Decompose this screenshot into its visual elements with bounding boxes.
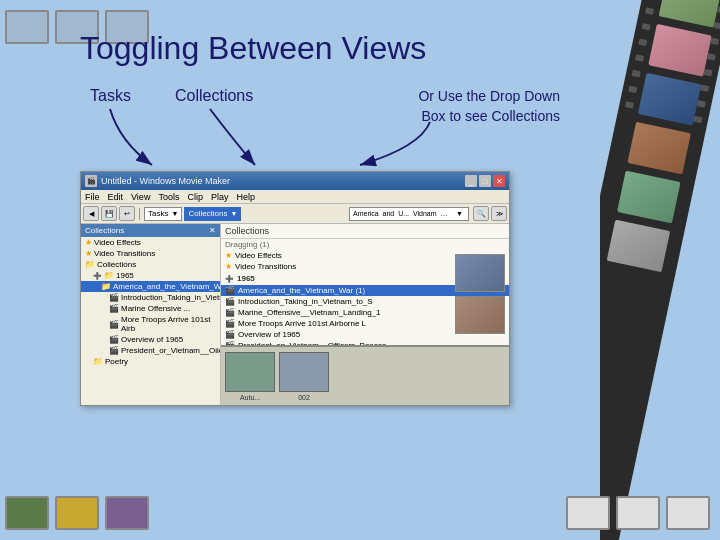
video-icon: 🎬	[109, 335, 119, 344]
storyboard-label-2: 002	[298, 394, 310, 401]
toolbar-btn-extra[interactable]: ≫	[491, 206, 507, 221]
right-panel-header: Collections	[221, 224, 509, 239]
star-icon: ★	[225, 262, 232, 271]
folder-icon: 📁	[101, 282, 111, 291]
film-hole	[697, 100, 706, 108]
maximize-button[interactable]: □	[479, 175, 491, 187]
film-hole	[638, 39, 647, 47]
film-frame	[638, 73, 702, 126]
collections-dropdown-label: Collections	[188, 209, 227, 218]
tree-item-overview[interactable]: 🎬 Overview of 1965	[81, 334, 220, 345]
storyboard: Autu... 002	[221, 345, 509, 405]
video-icon: 🎬	[225, 330, 235, 339]
film-hole	[632, 70, 641, 78]
folder-icon: 📁	[85, 260, 95, 269]
film-frame	[607, 220, 671, 273]
app-icon: 🎬	[85, 175, 97, 187]
dropdown-arrow	[360, 122, 430, 165]
menu-clip[interactable]: Clip	[187, 192, 203, 202]
film-cell	[616, 496, 660, 530]
toolbar-separator	[139, 208, 140, 220]
film-strip-body	[600, 0, 720, 540]
close-button[interactable]: ✕	[493, 175, 505, 187]
video-icon: 🎬	[225, 308, 235, 317]
tasks-arrow	[110, 109, 152, 165]
film-cell	[5, 496, 49, 530]
toolbar-btn-save[interactable]: 💾	[101, 206, 117, 221]
wmm-left-panel: Collections ✕ ★ Video Effects ★ Video Tr…	[81, 224, 221, 405]
tasks-dropdown[interactable]: Tasks ▼	[144, 207, 182, 221]
film-frame	[648, 24, 712, 77]
tree-item-marine[interactable]: 🎬 Marine Offensive ...	[81, 303, 220, 314]
media-dropdown[interactable]: America_and_U..._Vidnam_War (1) ▼	[349, 207, 469, 221]
media-dropdown-arrow: ▼	[456, 210, 463, 217]
video-icon: 🎬	[109, 320, 119, 329]
left-panel-title: Collections	[85, 226, 124, 235]
menu-help[interactable]: Help	[236, 192, 255, 202]
collections-dropdown[interactable]: Collections ▼	[184, 207, 241, 221]
film-frame	[659, 0, 720, 28]
storyboard-item-2: 002	[279, 352, 329, 401]
wmm-toolbar: ◀ 💾 ↩ Tasks ▼ Collections ▼ America_and_…	[81, 204, 509, 224]
star-icon: ★	[225, 251, 232, 260]
storyboard-item-1: Autu...	[225, 352, 275, 401]
video-icon: 🎬	[109, 346, 119, 355]
film-hole	[625, 101, 634, 109]
wmm-right-panel: Collections Dragging (1) ★ Video Effects…	[221, 224, 509, 405]
tree-item-video-effects[interactable]: ★ Video Effects	[81, 237, 220, 248]
collections-dropdown-arrow: ▼	[231, 210, 238, 217]
storyboard-label-1: Autu...	[240, 394, 260, 401]
storyboard-frame	[225, 352, 275, 392]
video-icon: 🎬	[225, 319, 235, 328]
toolbar-btn-search[interactable]: 🔍	[473, 206, 489, 221]
minimize-button[interactable]: _	[465, 175, 477, 187]
wmm-title: Untitled - Windows Movie Maker	[101, 176, 230, 186]
star-icon: ★	[85, 249, 92, 258]
titlebar-buttons: _ □ ✕	[465, 175, 505, 187]
menu-play[interactable]: Play	[211, 192, 229, 202]
video-icon: 🎬	[225, 297, 235, 306]
folder-icon: 📁	[104, 271, 114, 280]
film-strip-right	[600, 0, 720, 540]
menu-view[interactable]: View	[131, 192, 150, 202]
film-frame	[627, 122, 691, 175]
tree-item-video-transitions[interactable]: ★ Video Transitions	[81, 248, 220, 259]
right-thumbnail-2	[455, 296, 505, 334]
tree-item-poetry[interactable]: 📁 Poetry	[81, 356, 220, 367]
wmm-body: Collections ✕ ★ Video Effects ★ Video Tr…	[81, 224, 509, 405]
film-cell	[55, 496, 99, 530]
folder-icon: 📁	[93, 357, 103, 366]
expand-icon: ➕	[225, 275, 234, 283]
media-dropdown-label: America_and_U..._Vidnam_War (1)	[353, 210, 453, 217]
film-strip-bottom-right	[566, 496, 710, 530]
left-panel-close[interactable]: ✕	[209, 226, 216, 235]
left-panel-header: Collections ✕	[81, 224, 220, 237]
video-icon: 🎬	[109, 304, 119, 313]
tree-item-collections[interactable]: 📁 Collections	[81, 259, 220, 270]
tree-item-more-troops[interactable]: 🎬 More Troops Arrive 101st Airb	[81, 314, 220, 334]
film-cell	[5, 10, 49, 44]
menu-edit[interactable]: Edit	[108, 192, 124, 202]
toolbar-btn-back[interactable]: ◀	[83, 206, 99, 221]
tasks-dropdown-arrow: ▼	[171, 210, 178, 217]
right-collections-label: Collections	[225, 226, 269, 236]
collections-arrow	[210, 109, 255, 165]
tree-item-intro[interactable]: 🎬 Introduction_Taking_in_Vietnar	[81, 292, 220, 303]
film-hole	[642, 23, 651, 31]
film-hole	[645, 7, 654, 15]
slide-title: Toggling Between Views	[80, 30, 580, 67]
film-hole	[713, 22, 720, 30]
video-icon: 🎬	[225, 286, 235, 295]
tree-item-vietnam-war[interactable]: 📁 America_and_the_Vietnam_War	[81, 281, 220, 292]
film-hole	[710, 38, 719, 46]
video-icon: 🎬	[109, 293, 119, 302]
tree-item-president[interactable]: 🎬 President_or_Vietnam__Oilers_P	[81, 345, 220, 356]
menu-tools[interactable]: Tools	[158, 192, 179, 202]
right-thumbnail-1	[455, 254, 505, 292]
menu-file[interactable]: File	[85, 192, 100, 202]
star-icon: ★	[85, 238, 92, 247]
right-panel-subtitle: Dragging (1)	[221, 239, 509, 250]
toolbar-btn-undo[interactable]: ↩	[119, 206, 135, 221]
film-hole	[707, 53, 716, 61]
tree-item-1965[interactable]: ➕ 📁 1965	[81, 270, 220, 281]
